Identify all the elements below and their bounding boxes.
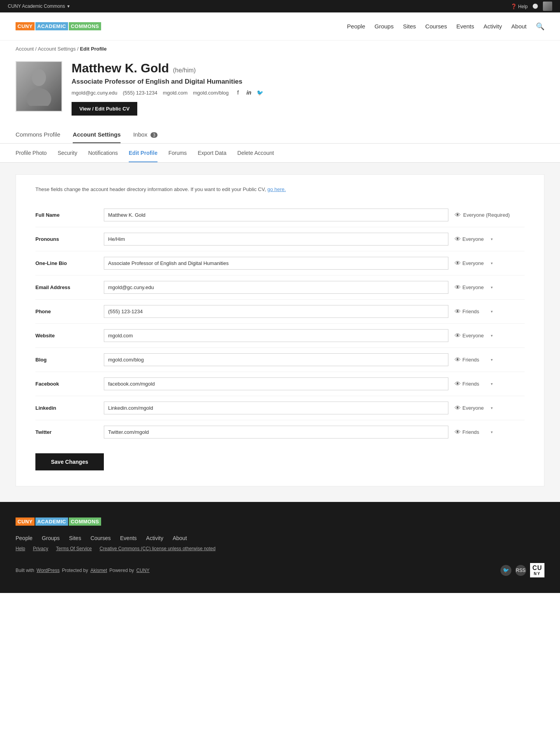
field-linkedin: Linkedin 👁 Everyone Friends Only Me ▾ <box>35 396 525 420</box>
profile-header: Matthew K. Gold (he/him) Associate Profe… <box>0 57 560 127</box>
site-logo[interactable]: CUNY ACADEMIC COMMONS <box>16 22 101 30</box>
label-pronouns: Pronouns <box>35 236 98 242</box>
breadcrumb-current: Edit Profile <box>80 46 107 52</box>
search-icon[interactable]: 🔍 <box>536 22 544 31</box>
visibility-linkedin[interactable]: 👁 Everyone Friends Only Me ▾ <box>455 405 525 412</box>
footer-nav-courses[interactable]: Courses <box>91 535 111 541</box>
visibility-select-twitter[interactable]: Everyone Friends Only Me <box>462 429 489 435</box>
visibility-select-phone[interactable]: Everyone Friends Only Me <box>462 309 489 314</box>
visibility-select-blog[interactable]: Everyone Friends Only Me <box>462 357 489 363</box>
visibility-select-pronouns[interactable]: Everyone Friends Only Me <box>462 236 489 242</box>
footer-link-terms[interactable]: Terms Of Service <box>56 546 92 551</box>
input-full-name[interactable] <box>104 209 448 221</box>
visibility-select-bio[interactable]: Everyone Friends Only Me <box>462 260 489 266</box>
visibility-email[interactable]: 👁 Everyone Friends Only Me ▾ <box>455 284 525 291</box>
footer-nav-groups[interactable]: Groups <box>42 535 60 541</box>
chevron-down-icon-email: ▾ <box>491 285 493 289</box>
visibility-blog[interactable]: 👁 Everyone Friends Only Me ▾ <box>455 356 525 363</box>
notifications-icon[interactable]: ⚪ <box>532 4 538 9</box>
stab-export-data[interactable]: Export Data <box>198 150 226 162</box>
help-icon: ❓ <box>511 4 517 9</box>
footer-logo-cuny: CUNY <box>16 517 35 526</box>
input-linkedin[interactable] <box>104 402 448 414</box>
label-facebook: Facebook <box>35 381 98 387</box>
twitter-icon[interactable]: 🐦 <box>256 89 264 96</box>
stab-profile-photo[interactable]: Profile Photo <box>16 150 47 162</box>
profile-website[interactable]: mgold.com <box>163 90 188 96</box>
akismet-link[interactable]: Akismet <box>91 568 107 573</box>
twitter-social-icon[interactable]: 🐦 <box>500 565 511 576</box>
user-avatar[interactable] <box>543 2 552 11</box>
profile-info: Matthew K. Gold (he/him) Associate Profe… <box>72 61 544 116</box>
stab-edit-profile[interactable]: Edit Profile <box>129 150 158 162</box>
profile-avatar <box>16 61 62 112</box>
footer-link-cc[interactable]: Creative Commons (CC) license unless oth… <box>100 546 215 551</box>
nav-activity[interactable]: Activity <box>483 23 502 30</box>
input-pronouns[interactable] <box>104 233 448 246</box>
visibility-website[interactable]: 👁 Everyone Friends Only Me ▾ <box>455 332 525 339</box>
cuny-link[interactable]: CUNY <box>136 568 150 573</box>
input-phone[interactable] <box>104 305 448 318</box>
visibility-select-email[interactable]: Everyone Friends Only Me <box>462 284 489 290</box>
visibility-phone[interactable]: 👁 Everyone Friends Only Me ▾ <box>455 308 525 315</box>
visibility-select-linkedin[interactable]: Everyone Friends Only Me <box>462 405 489 411</box>
visibility-select-website[interactable]: Everyone Friends Only Me <box>462 333 489 339</box>
footer-nav-people[interactable]: People <box>16 535 33 541</box>
profile-tabs: Commons Profile Account Settings Inbox 3 <box>0 131 560 144</box>
tab-inbox[interactable]: Inbox 3 <box>133 131 158 143</box>
footer-nav-events[interactable]: Events <box>120 535 137 541</box>
input-website[interactable] <box>104 329 448 342</box>
footer-nav: People Groups Sites Courses Events Activ… <box>16 535 544 541</box>
breadcrumb-account[interactable]: Account <box>16 46 34 52</box>
input-one-line-bio[interactable] <box>104 257 448 270</box>
stab-delete-account[interactable]: Delete Account <box>237 150 274 162</box>
site-name-label[interactable]: CUNY Academic Commons <box>8 4 65 9</box>
input-phone-wrap <box>104 305 448 318</box>
chevron-down-icon-phone: ▾ <box>491 309 493 314</box>
nav-courses[interactable]: Courses <box>425 23 447 30</box>
footer-link-privacy[interactable]: Privacy <box>33 546 48 551</box>
nav-people[interactable]: People <box>347 23 365 30</box>
footer-nav-about[interactable]: About <box>173 535 187 541</box>
nav-about[interactable]: About <box>511 23 527 30</box>
tab-account-settings[interactable]: Account Settings <box>73 131 121 143</box>
wordpress-link[interactable]: WordPress <box>37 568 60 573</box>
input-email[interactable] <box>104 281 448 294</box>
visibility-select-facebook[interactable]: Everyone Friends Only Me <box>462 381 489 387</box>
stab-security[interactable]: Security <box>58 150 77 162</box>
visibility-twitter[interactable]: 👁 Everyone Friends Only Me ▾ <box>455 429 525 436</box>
label-one-line-bio: One-Line Bio <box>35 260 98 266</box>
input-bio-wrap <box>104 257 448 270</box>
profile-blog[interactable]: mgold.com/blog <box>193 90 229 96</box>
stab-notifications[interactable]: Notifications <box>88 150 118 162</box>
nav-groups[interactable]: Groups <box>374 23 394 30</box>
visibility-pronouns[interactable]: 👁 Everyone Friends Only Me ▾ <box>455 236 525 243</box>
footer-nav-sites[interactable]: Sites <box>69 535 81 541</box>
input-blog[interactable] <box>104 353 448 366</box>
visibility-bio[interactable]: 👁 Everyone Friends Only Me ▾ <box>455 260 525 267</box>
help-link[interactable]: ❓ Help <box>511 4 528 9</box>
stab-forums[interactable]: Forums <box>168 150 187 162</box>
footer-logo[interactable]: CUNY ACADEMIC COMMONS <box>16 517 544 526</box>
save-changes-button[interactable]: Save Changes <box>35 453 104 470</box>
breadcrumb-settings[interactable]: Account Settings <box>38 46 76 52</box>
eye-icon-full-name: 👁 <box>455 212 461 219</box>
footer-nav-activity[interactable]: Activity <box>146 535 163 541</box>
input-twitter[interactable] <box>104 426 448 439</box>
input-facebook[interactable] <box>104 377 448 390</box>
profile-social-links: f in 🐦 <box>234 89 264 96</box>
tab-commons-profile[interactable]: Commons Profile <box>16 131 60 143</box>
cv-button[interactable]: View / Edit Public CV <box>72 102 137 116</box>
cuny-box-top: CU <box>532 565 542 572</box>
nav-sites[interactable]: Sites <box>403 23 416 30</box>
footer-link-help[interactable]: Help <box>16 546 25 551</box>
footer-bottom-left: Built with WordPress Protected by Akisme… <box>16 568 150 573</box>
facebook-icon[interactable]: f <box>234 89 242 96</box>
public-cv-link[interactable]: go here. <box>267 186 286 192</box>
nav-events[interactable]: Events <box>456 23 474 30</box>
admin-bar-left: CUNY Academic Commons ▾ <box>8 4 70 9</box>
visibility-facebook[interactable]: 👁 Everyone Friends Only Me ▾ <box>455 381 525 388</box>
admin-bar-dropdown-icon[interactable]: ▾ <box>67 4 70 9</box>
rss-icon[interactable]: RSS <box>515 565 526 576</box>
linkedin-icon[interactable]: in <box>245 89 253 96</box>
